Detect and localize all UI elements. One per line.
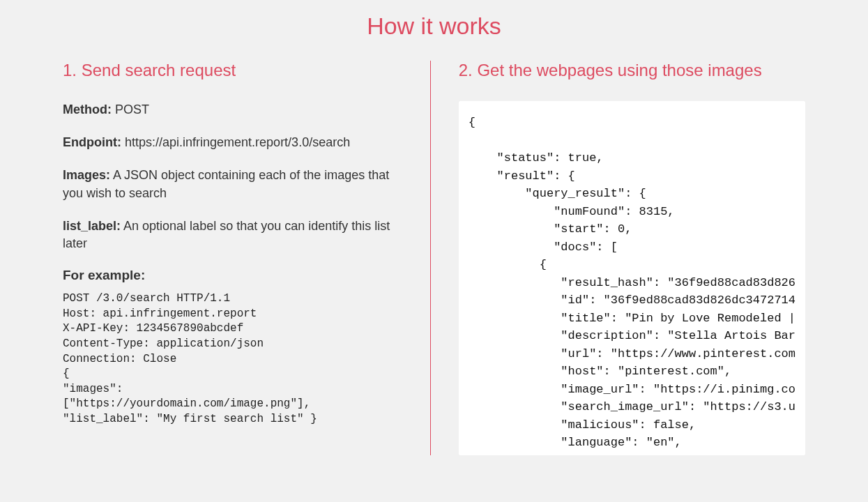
- columns: 1. Send search request Method: POST Endp…: [0, 61, 868, 455]
- endpoint-row: Endpoint: https://api.infringement.repor…: [63, 134, 402, 151]
- images-value: A JSON object containing each of the ima…: [63, 168, 389, 199]
- request-example-code: POST /3.0/search HTTP/1.1 Host: api.infr…: [63, 291, 402, 427]
- step1-column: 1. Send search request Method: POST Endp…: [63, 61, 430, 455]
- list-label-row: list_label: An optional label so that yo…: [63, 218, 402, 252]
- response-box[interactable]: { "status": true, "result": { "query_res…: [459, 101, 805, 455]
- images-row: Images: A JSON object containing each of…: [63, 167, 402, 201]
- images-label: Images:: [63, 168, 110, 182]
- method-value: POST: [115, 102, 149, 116]
- method-label: Method:: [63, 102, 112, 116]
- list-label-label: list_label:: [63, 219, 121, 233]
- step2-column: 2. Get the webpages using those images {…: [430, 61, 805, 455]
- endpoint-value: https://api.infringement.report/3.0/sear…: [125, 135, 350, 149]
- response-code: { "status": true, "result": { "query_res…: [469, 114, 795, 455]
- page-title: How it works: [0, 0, 868, 61]
- step2-heading: 2. Get the webpages using those images: [459, 61, 805, 80]
- for-example-heading: For example:: [63, 268, 402, 283]
- method-row: Method: POST: [63, 101, 402, 119]
- step1-heading: 1. Send search request: [63, 61, 402, 80]
- endpoint-label: Endpoint:: [63, 135, 121, 149]
